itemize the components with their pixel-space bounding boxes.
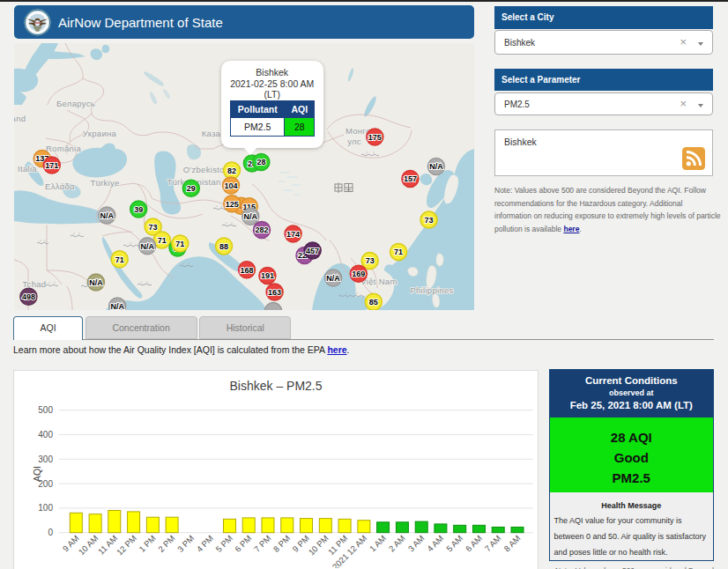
svg-text:5 AM: 5 AM [444, 534, 464, 554]
svg-text:7 PM: 7 PM [252, 534, 273, 555]
svg-text:168: 168 [240, 266, 253, 275]
svg-text:8 PM: 8 PM [271, 534, 293, 555]
svg-text:N/A: N/A [326, 274, 340, 283]
svg-text:171: 171 [45, 161, 58, 170]
svg-text:29: 29 [187, 184, 196, 193]
svg-text:Philippines: Philippines [410, 285, 453, 295]
svg-text:3 PM: 3 PM [175, 534, 197, 555]
svg-text:1 AM: 1 AM [368, 534, 388, 554]
svg-text:10 AM: 10 AM [77, 534, 100, 558]
svg-text:4 AM: 4 AM [426, 534, 446, 554]
svg-text:6 PM: 6 PM [233, 534, 254, 555]
svg-text:39: 39 [134, 205, 143, 214]
svg-text:174: 174 [286, 230, 300, 239]
svg-text:N/A: N/A [110, 302, 124, 310]
svg-text:175: 175 [368, 133, 382, 142]
svg-text:0: 0 [48, 528, 54, 537]
svg-text:28: 28 [256, 158, 265, 166]
svg-text:163: 163 [268, 288, 281, 297]
svg-text:3 AM: 3 AM [406, 534, 427, 554]
svg-text:1 PM: 1 PM [137, 534, 159, 555]
svg-text:Ελλάδα: Ελλάδα [45, 181, 75, 191]
svg-text:5 PM: 5 PM [214, 534, 235, 555]
svg-text:6 AM: 6 AM [464, 534, 484, 554]
svg-text:82: 82 [227, 166, 236, 175]
svg-text:191: 191 [261, 271, 274, 280]
svg-text:71: 71 [158, 236, 167, 245]
svg-text:4 PM: 4 PM [195, 534, 216, 555]
svg-text:282: 282 [255, 225, 268, 234]
svg-text:88: 88 [219, 242, 228, 251]
svg-text:N/A: N/A [244, 212, 258, 221]
svg-text:85: 85 [369, 298, 378, 307]
svg-text:100: 100 [39, 504, 54, 514]
svg-text:N/A: N/A [140, 242, 154, 251]
svg-text:11 AM: 11 AM [96, 534, 119, 557]
svg-text:73: 73 [425, 216, 434, 225]
svg-text:73: 73 [149, 223, 158, 232]
svg-text:10 PM: 10 PM [307, 534, 331, 558]
svg-text:498: 498 [22, 292, 35, 301]
svg-text:12 PM: 12 PM [115, 534, 138, 558]
svg-text:125: 125 [226, 200, 239, 209]
svg-text:157: 157 [404, 174, 417, 183]
svg-text:România: România [46, 144, 82, 153]
svg-text:104: 104 [224, 181, 237, 190]
svg-text:Türkiye: Türkiye [90, 178, 119, 188]
svg-text:500: 500 [39, 405, 54, 415]
svg-text:7 AM: 7 AM [483, 534, 503, 554]
svg-text:71: 71 [115, 255, 124, 264]
svg-text:2 PM: 2 PM [156, 534, 177, 555]
svg-text:300: 300 [39, 454, 54, 464]
svg-text:N/A: N/A [89, 278, 103, 287]
svg-text:200: 200 [39, 479, 54, 489]
svg-text:N/A: N/A [100, 211, 115, 220]
svg-text:Italia: Italia [18, 164, 37, 174]
svg-text:169: 169 [352, 270, 365, 278]
svg-text:Украина: Украина [83, 129, 117, 138]
svg-text:400: 400 [39, 430, 54, 440]
svg-text:N/A: N/A [429, 162, 443, 171]
svg-text:hland: hland [14, 114, 26, 123]
svg-text:Беларусь: Беларусь [56, 99, 95, 108]
svg-text:Bishkek – PM2.5: Bishkek – PM2.5 [230, 379, 323, 393]
svg-text:457: 457 [306, 247, 319, 255]
svg-text:2 AM: 2 AM [387, 534, 407, 554]
svg-text:Tchad: Tchad [23, 279, 47, 289]
svg-text:улс: улс [347, 137, 361, 146]
svg-text:73: 73 [366, 256, 375, 265]
svg-text:8 AM: 8 AM [502, 534, 523, 554]
svg-text:71: 71 [394, 248, 403, 256]
svg-text:O'zbekiston: O'zbekiston [183, 165, 230, 174]
svg-text:71: 71 [175, 240, 184, 248]
